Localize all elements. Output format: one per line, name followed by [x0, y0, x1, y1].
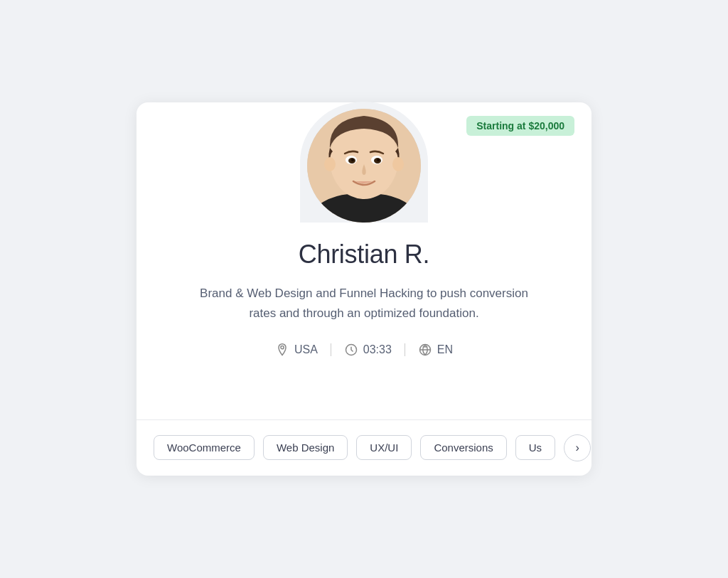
time-text: 03:33	[363, 343, 392, 356]
avatar	[307, 109, 421, 223]
language-text: EN	[437, 343, 453, 356]
meta-divider-1	[331, 343, 331, 356]
price-badge: Starting at $20,000	[466, 116, 574, 136]
language-icon	[418, 343, 432, 357]
svg-point-11	[281, 346, 284, 348]
tag-web-design[interactable]: Web Design	[263, 435, 348, 460]
more-tags-button[interactable]: ›	[564, 434, 591, 461]
location-text: USA	[294, 343, 318, 356]
card-footer: WooCommerce Web Design UX/UI Conversions…	[136, 419, 592, 476]
clock-icon	[344, 343, 358, 357]
svg-point-10	[392, 157, 404, 171]
avatar-background	[300, 102, 428, 223]
meta-row: USA 03:33 EN	[171, 343, 557, 357]
svg-point-7	[351, 159, 354, 161]
meta-language: EN	[418, 343, 453, 357]
profile-card: Starting at $20,000 Christian R. Brand &…	[136, 102, 592, 475]
tag-conversions[interactable]: Conversions	[420, 435, 506, 460]
tag-us[interactable]: Us	[515, 435, 555, 460]
svg-point-8	[377, 159, 380, 161]
meta-divider-2	[405, 343, 405, 356]
avatar-image	[307, 109, 421, 223]
profile-name: Christian R.	[171, 240, 557, 269]
profile-bio: Brand & Web Design and Funnel Hacking to…	[186, 284, 542, 322]
card-main: Starting at $20,000 Christian R. Brand &…	[136, 102, 592, 419]
meta-location: USA	[275, 343, 318, 357]
tag-ux-ui[interactable]: UX/UI	[356, 435, 412, 460]
meta-time: 03:33	[344, 343, 392, 357]
tag-woocommerce[interactable]: WooCommerce	[154, 435, 255, 460]
svg-point-9	[324, 157, 336, 171]
location-icon	[275, 343, 289, 357]
